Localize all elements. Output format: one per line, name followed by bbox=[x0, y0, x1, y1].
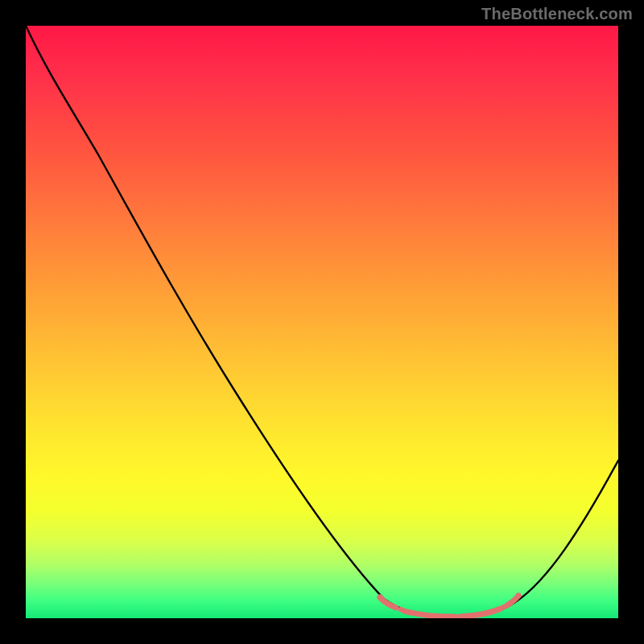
watermark-text: TheBottleneck.com bbox=[481, 5, 633, 23]
plot-area bbox=[26, 26, 618, 618]
bottleneck-curve bbox=[26, 26, 618, 617]
chart-stage: TheBottleneck.com bbox=[0, 0, 644, 644]
marker-dot-icon bbox=[378, 595, 383, 601]
marker-dot-icon bbox=[398, 607, 403, 612]
marker-dot-icon bbox=[516, 593, 522, 599]
curve-layer bbox=[26, 26, 618, 618]
optimal-range-marker bbox=[380, 596, 518, 617]
marker-dot-icon bbox=[502, 605, 506, 609]
